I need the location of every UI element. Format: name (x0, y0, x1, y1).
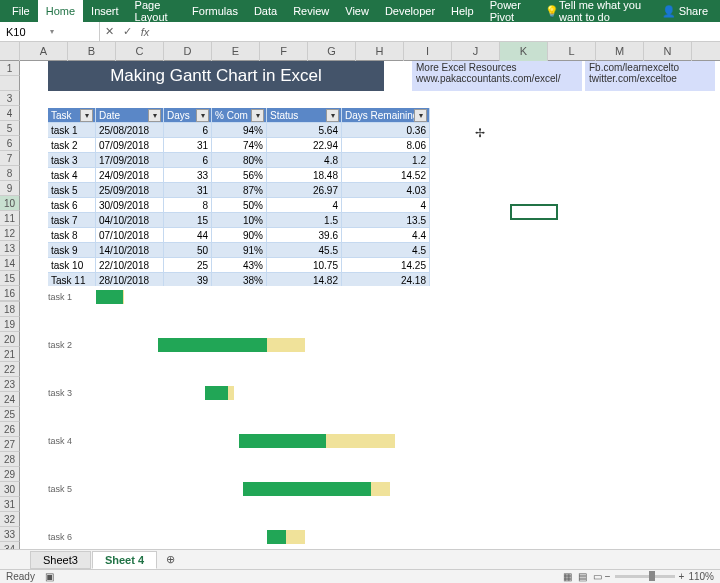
table-cell[interactable]: task 5 (48, 183, 96, 198)
table-row[interactable]: task 630/09/2018850%44 (48, 198, 430, 213)
row-header[interactable]: 21 (0, 347, 20, 362)
table-cell[interactable]: 74% (212, 138, 267, 153)
table-cell[interactable]: 13.5 (342, 213, 430, 228)
ribbon-tab-insert[interactable]: Insert (83, 0, 127, 22)
table-row[interactable]: task 317/09/2018680%4.81.2 (48, 153, 430, 168)
row-header[interactable]: 18 (0, 302, 20, 317)
row-header[interactable]: 29 (0, 467, 20, 482)
row-header[interactable]: 26 (0, 422, 20, 437)
view-layout-icon[interactable]: ▤ (578, 571, 587, 582)
row-header[interactable]: 24 (0, 392, 20, 407)
row-header[interactable] (0, 76, 20, 91)
ribbon-tab-file[interactable]: File (4, 0, 38, 22)
table-cell[interactable]: 17/09/2018 (96, 153, 164, 168)
add-sheet-button[interactable]: ⊕ (158, 553, 183, 566)
worksheet-grid[interactable]: ABCDEFGHIJKLMN 1345678910111213141516181… (0, 42, 720, 61)
row-header[interactable]: 33 (0, 527, 20, 542)
row-header[interactable]: 1 (0, 61, 20, 76)
name-box[interactable]: K10▾ (0, 22, 100, 41)
table-cell[interactable]: task 10 (48, 258, 96, 273)
table-cell[interactable]: 07/09/2018 (96, 138, 164, 153)
row-header[interactable]: 7 (0, 151, 20, 166)
table-cell[interactable]: 4.03 (342, 183, 430, 198)
table-cell[interactable]: 43% (212, 258, 267, 273)
table-cell[interactable]: 4.4 (342, 228, 430, 243)
row-header[interactable]: 11 (0, 211, 20, 226)
row-header[interactable]: 23 (0, 377, 20, 392)
row-header[interactable]: 27 (0, 437, 20, 452)
row-header[interactable]: 13 (0, 241, 20, 256)
row-header[interactable]: 12 (0, 226, 20, 241)
table-cell[interactable]: 10% (212, 213, 267, 228)
table-cell[interactable]: task 2 (48, 138, 96, 153)
table-cell[interactable]: 30/09/2018 (96, 198, 164, 213)
table-cell[interactable]: 25/08/2018 (96, 123, 164, 138)
ribbon-tab-data[interactable]: Data (246, 0, 285, 22)
table-cell[interactable]: 4 (342, 198, 430, 213)
table-header-cell[interactable]: Date (96, 108, 164, 123)
row-header[interactable]: 19 (0, 317, 20, 332)
ribbon-tab-home[interactable]: Home (38, 0, 83, 22)
table-cell[interactable]: task 7 (48, 213, 96, 228)
table-cell[interactable]: 14.25 (342, 258, 430, 273)
row-header[interactable]: 14 (0, 256, 20, 271)
table-row[interactable]: task 807/10/20184490%39.64.4 (48, 228, 430, 243)
sheet-tab[interactable]: Sheet3 (30, 551, 91, 569)
row-header[interactable]: 28 (0, 452, 20, 467)
table-cell[interactable]: 80% (212, 153, 267, 168)
col-header[interactable]: C (116, 42, 164, 61)
table-cell[interactable]: task 8 (48, 228, 96, 243)
table-cell[interactable]: 33 (164, 168, 212, 183)
row-header[interactable]: 3 (0, 91, 20, 106)
ribbon-tab-page-layout[interactable]: Page Layout (127, 0, 184, 22)
table-cell[interactable]: 8.06 (342, 138, 430, 153)
zoom-control[interactable]: − + 110% (605, 571, 714, 582)
table-cell[interactable]: 04/10/2018 (96, 213, 164, 228)
zoom-out-icon[interactable]: − (605, 571, 611, 582)
enter-icon[interactable]: ✓ (118, 25, 136, 38)
table-cell[interactable]: 14.52 (342, 168, 430, 183)
row-header[interactable]: 20 (0, 332, 20, 347)
table-cell[interactable]: 31 (164, 183, 212, 198)
table-cell[interactable]: task 6 (48, 198, 96, 213)
table-row[interactable]: task 207/09/20183174%22.948.06 (48, 138, 430, 153)
table-cell[interactable]: task 9 (48, 243, 96, 258)
row-header[interactable]: 4 (0, 106, 20, 121)
table-row[interactable]: task 704/10/20181510%1.513.5 (48, 213, 430, 228)
ribbon-tab-developer[interactable]: Developer (377, 0, 443, 22)
data-table[interactable]: TaskDateDays% ComStatusDays Remainingtas… (48, 108, 430, 288)
table-cell[interactable]: 4 (267, 198, 342, 213)
table-cell[interactable]: 14/10/2018 (96, 243, 164, 258)
table-cell[interactable]: 8 (164, 198, 212, 213)
table-row[interactable]: task 914/10/20185091%45.54.5 (48, 243, 430, 258)
row-header[interactable]: 8 (0, 166, 20, 181)
table-cell[interactable]: 22.94 (267, 138, 342, 153)
col-header[interactable]: M (596, 42, 644, 61)
table-cell[interactable]: 39.6 (267, 228, 342, 243)
table-cell[interactable]: 90% (212, 228, 267, 243)
table-cell[interactable]: 1.2 (342, 153, 430, 168)
table-header-cell[interactable]: Days (164, 108, 212, 123)
row-header[interactable]: 16 (0, 286, 20, 301)
table-cell[interactable]: 22/10/2018 (96, 258, 164, 273)
col-header[interactable]: A (20, 42, 68, 61)
table-row[interactable]: task 424/09/20183356%18.4814.52 (48, 168, 430, 183)
tell-me-search[interactable]: 💡 Tell me what you want to do (537, 0, 654, 22)
table-cell[interactable]: 18.48 (267, 168, 342, 183)
zoom-slider[interactable] (615, 575, 675, 578)
share-button[interactable]: 👤Share (654, 5, 716, 18)
ribbon-tab-help[interactable]: Help (443, 0, 482, 22)
column-headers[interactable]: ABCDEFGHIJKLMN (0, 42, 720, 61)
table-cell[interactable]: 4.5 (342, 243, 430, 258)
table-cell[interactable]: 15 (164, 213, 212, 228)
table-header-cell[interactable]: Task (48, 108, 96, 123)
table-cell[interactable]: 6 (164, 123, 212, 138)
col-header[interactable]: H (356, 42, 404, 61)
view-pagebreak-icon[interactable]: ▭ (593, 571, 602, 582)
table-cell[interactable]: 25 (164, 258, 212, 273)
view-normal-icon[interactable]: ▦ (563, 571, 572, 582)
col-header[interactable]: F (260, 42, 308, 61)
col-header[interactable]: G (308, 42, 356, 61)
row-header[interactable]: 32 (0, 512, 20, 527)
zoom-level[interactable]: 110% (688, 571, 714, 582)
